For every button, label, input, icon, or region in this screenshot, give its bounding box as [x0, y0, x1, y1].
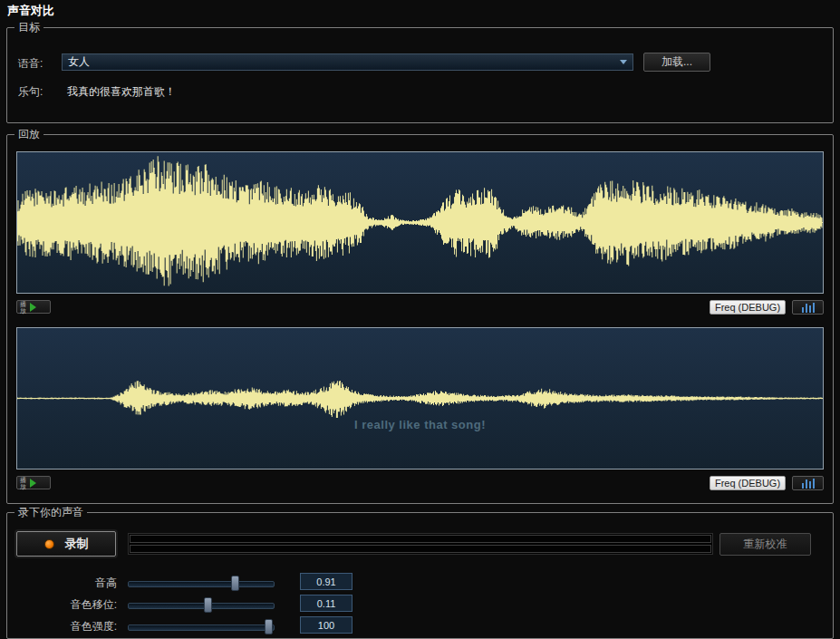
frequency-view-button-target[interactable] — [792, 300, 824, 315]
timbre-shift-slider[interactable] — [128, 603, 275, 609]
timbre-strength-slider-row: 音色强度: 100 — [7, 616, 833, 636]
record-dot-icon — [44, 539, 54, 549]
pitch-value[interactable]: 0.91 — [300, 573, 352, 590]
timbre-shift-label: 音色移位: — [7, 597, 117, 613]
play-button-label: 播放 — [19, 477, 27, 489]
timbre-shift-value[interactable]: 0.11 — [300, 595, 352, 612]
frequency-bars-icon — [801, 478, 816, 489]
frequency-view-button-user[interactable] — [792, 476, 824, 490]
pitch-slider-handle[interactable] — [231, 576, 239, 591]
play-target-button[interactable]: 播放 — [16, 300, 51, 314]
freq-debug-button-user[interactable]: Freq (DEBUG) — [710, 476, 786, 490]
playback-group: 回放 播放 Freq (DEBUG) I really like that so… — [6, 134, 834, 504]
recalibrate-button[interactable]: 重新校准 — [719, 533, 811, 556]
chevron-down-icon — [620, 60, 627, 64]
phrase-label: 乐句: — [18, 84, 43, 100]
play-icon — [30, 303, 36, 312]
input-level-meter — [128, 533, 713, 555]
timbre-strength-value[interactable]: 100 — [300, 616, 352, 634]
play-button-label: 播放 — [19, 301, 27, 314]
freq-debug-button-target[interactable]: Freq (DEBUG) — [710, 300, 786, 315]
record-button-label: 录制 — [65, 536, 89, 552]
meter-strip — [130, 545, 711, 553]
voice-comparison-window: 声音对比 目标 语音: 女人 加载... 乐句: 我真的很喜欢那首歌！ 回放 播… — [0, 0, 840, 639]
target-group: 目标 语音: 女人 加载... 乐句: 我真的很喜欢那首歌！ — [6, 27, 834, 123]
play-icon — [30, 479, 36, 488]
meter-strip — [130, 535, 711, 543]
user-waveform — [17, 328, 823, 469]
timbre-strength-label: 音色强度: — [7, 619, 117, 634]
voice-dropdown[interactable]: 女人 — [62, 53, 633, 71]
voice-dropdown-value: 女人 — [63, 54, 620, 70]
target-waveform — [17, 152, 823, 293]
page-title: 声音对比 — [7, 3, 54, 19]
voice-label: 语音: — [18, 56, 43, 72]
timbre-shift-slider-handle[interactable] — [204, 597, 212, 613]
phrase-text: 我真的很喜欢那首歌！ — [67, 84, 176, 100]
timbre-shift-slider-row: 音色移位: 0.11 — [7, 595, 833, 615]
phrase-overlay-text: I really like that song! — [17, 418, 823, 431]
record-button[interactable]: 录制 — [16, 531, 116, 557]
recording-group: 录下你的声音 录制 重新校准 音高 0.91 音色移位: 0.11 音色强度: — [6, 512, 834, 639]
load-button[interactable]: 加载... — [643, 53, 710, 72]
frequency-bars-icon — [801, 302, 816, 313]
timbre-strength-slider-handle[interactable] — [265, 619, 273, 634]
target-group-label: 目标 — [14, 21, 43, 34]
user-waveform-panel: I really like that song! — [16, 327, 824, 470]
pitch-slider-row: 音高 0.91 — [7, 573, 833, 593]
playback-group-label: 回放 — [14, 128, 43, 140]
play-user-button[interactable]: 播放 — [16, 476, 51, 489]
pitch-label: 音高 — [7, 576, 117, 591]
target-waveform-panel — [16, 151, 824, 294]
pitch-slider[interactable] — [128, 581, 275, 587]
timbre-strength-slider[interactable] — [128, 624, 275, 631]
recording-group-label: 录下你的声音 — [14, 506, 87, 518]
